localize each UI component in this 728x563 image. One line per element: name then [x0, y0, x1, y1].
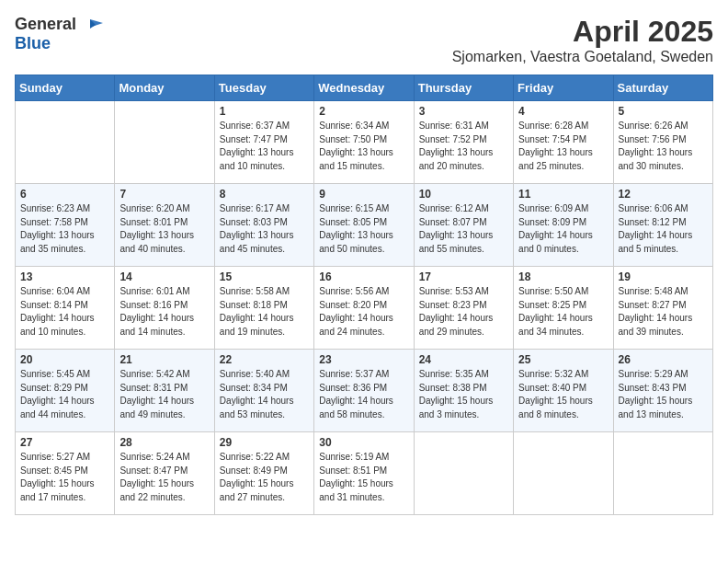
calendar-cell: 27Sunrise: 5:27 AM Sunset: 8:45 PM Dayli… — [16, 432, 115, 515]
day-info: Sunrise: 6:34 AM Sunset: 7:50 PM Dayligh… — [319, 120, 408, 173]
calendar-cell: 5Sunrise: 6:26 AM Sunset: 7:56 PM Daylig… — [613, 101, 712, 184]
day-info: Sunrise: 6:28 AM Sunset: 7:54 PM Dayligh… — [518, 120, 608, 173]
page-subtitle: Sjomarken, Vaestra Goetaland, Sweden — [452, 49, 713, 65]
day-info: Sunrise: 6:15 AM Sunset: 8:05 PM Dayligh… — [319, 202, 408, 256]
day-number: 27 — [20, 436, 109, 449]
calendar-cell: 14Sunrise: 6:01 AM Sunset: 8:16 PM Dayli… — [115, 267, 214, 350]
day-info: Sunrise: 5:58 AM Sunset: 8:18 PM Dayligh… — [220, 285, 309, 339]
weekday-header-tuesday: Tuesday — [214, 75, 313, 101]
day-number: 3 — [419, 105, 508, 118]
weekday-header-saturday: Saturday — [613, 75, 712, 101]
calendar-cell: 2Sunrise: 6:34 AM Sunset: 7:50 PM Daylig… — [314, 101, 414, 184]
day-info: Sunrise: 6:20 AM Sunset: 8:01 PM Dayligh… — [119, 202, 209, 256]
calendar-cell: 9Sunrise: 6:15 AM Sunset: 8:05 PM Daylig… — [314, 184, 414, 267]
day-info: Sunrise: 5:32 AM Sunset: 8:40 PM Dayligh… — [518, 368, 608, 421]
day-number: 29 — [220, 436, 309, 449]
logo-bird-icon — [83, 16, 103, 36]
calendar-cell: 3Sunrise: 6:31 AM Sunset: 7:52 PM Daylig… — [414, 101, 513, 184]
calendar-cell: 24Sunrise: 5:35 AM Sunset: 8:38 PM Dayli… — [414, 350, 513, 432]
calendar-cell: 12Sunrise: 6:06 AM Sunset: 8:12 PM Dayli… — [613, 184, 712, 267]
day-info: Sunrise: 5:29 AM Sunset: 8:43 PM Dayligh… — [619, 368, 708, 421]
page-header: General Blue April 2025 Sjomarken, Vaest… — [15, 15, 713, 65]
day-number: 8 — [220, 188, 309, 201]
calendar-cell: 16Sunrise: 5:56 AM Sunset: 8:20 PM Dayli… — [314, 267, 414, 350]
day-info: Sunrise: 5:50 AM Sunset: 8:25 PM Dayligh… — [518, 285, 608, 339]
calendar-cell: 17Sunrise: 5:53 AM Sunset: 8:23 PM Dayli… — [414, 267, 513, 350]
calendar-week-3: 13Sunrise: 6:04 AM Sunset: 8:14 PM Dayli… — [16, 267, 713, 350]
day-number: 4 — [518, 105, 608, 118]
day-number: 5 — [619, 105, 708, 118]
calendar-cell: 18Sunrise: 5:50 AM Sunset: 8:25 PM Dayli… — [514, 267, 613, 350]
weekday-header-wednesday: Wednesday — [314, 75, 414, 101]
day-info: Sunrise: 6:04 AM Sunset: 8:14 PM Dayligh… — [20, 285, 109, 339]
page-title: April 2025 — [452, 15, 713, 49]
day-info: Sunrise: 6:09 AM Sunset: 8:09 PM Dayligh… — [518, 202, 608, 256]
day-number: 11 — [518, 188, 608, 201]
day-number: 17 — [419, 270, 508, 283]
logo-general: General — [15, 15, 103, 36]
calendar-cell: 10Sunrise: 6:12 AM Sunset: 8:07 PM Dayli… — [414, 184, 513, 267]
day-info: Sunrise: 6:12 AM Sunset: 8:07 PM Dayligh… — [419, 202, 508, 256]
calendar-cell: 7Sunrise: 6:20 AM Sunset: 8:01 PM Daylig… — [115, 184, 214, 267]
day-info: Sunrise: 6:17 AM Sunset: 8:03 PM Dayligh… — [220, 202, 309, 256]
calendar-cell — [414, 432, 513, 515]
day-number: 2 — [319, 105, 408, 118]
calendar-week-4: 20Sunrise: 5:45 AM Sunset: 8:29 PM Dayli… — [16, 350, 713, 432]
day-number: 12 — [619, 188, 708, 201]
title-block: April 2025 Sjomarken, Vaestra Goetaland,… — [452, 15, 713, 65]
calendar-cell: 25Sunrise: 5:32 AM Sunset: 8:40 PM Dayli… — [514, 350, 613, 432]
logo-general-text: General — [15, 15, 76, 33]
day-number: 26 — [619, 353, 708, 366]
day-info: Sunrise: 6:37 AM Sunset: 7:47 PM Dayligh… — [220, 120, 309, 173]
day-number: 16 — [319, 270, 408, 283]
day-number: 19 — [619, 270, 708, 283]
day-number: 22 — [220, 353, 309, 366]
day-number: 20 — [20, 353, 109, 366]
day-info: Sunrise: 5:24 AM Sunset: 8:47 PM Dayligh… — [119, 451, 209, 504]
day-info: Sunrise: 5:27 AM Sunset: 8:45 PM Dayligh… — [20, 451, 109, 504]
day-info: Sunrise: 5:56 AM Sunset: 8:20 PM Dayligh… — [319, 285, 408, 339]
day-info: Sunrise: 5:40 AM Sunset: 8:34 PM Dayligh… — [220, 368, 309, 421]
weekday-header-friday: Friday — [514, 75, 613, 101]
calendar-cell — [613, 432, 712, 515]
day-number: 30 — [319, 436, 408, 449]
weekday-header-sunday: Sunday — [16, 75, 115, 101]
day-info: Sunrise: 5:37 AM Sunset: 8:36 PM Dayligh… — [319, 368, 408, 421]
day-number: 23 — [319, 353, 408, 366]
calendar-cell — [16, 101, 115, 184]
calendar-cell — [514, 432, 613, 515]
calendar-cell: 6Sunrise: 6:23 AM Sunset: 7:58 PM Daylig… — [16, 184, 115, 267]
day-number: 10 — [419, 188, 508, 201]
calendar-cell: 13Sunrise: 6:04 AM Sunset: 8:14 PM Dayli… — [16, 267, 115, 350]
calendar-cell: 30Sunrise: 5:19 AM Sunset: 8:51 PM Dayli… — [314, 432, 414, 515]
calendar-cell: 4Sunrise: 6:28 AM Sunset: 7:54 PM Daylig… — [514, 101, 613, 184]
calendar-cell: 20Sunrise: 5:45 AM Sunset: 8:29 PM Dayli… — [16, 350, 115, 432]
day-number: 7 — [119, 188, 209, 201]
calendar-cell: 29Sunrise: 5:22 AM Sunset: 8:49 PM Dayli… — [214, 432, 313, 515]
calendar-cell: 15Sunrise: 5:58 AM Sunset: 8:18 PM Dayli… — [214, 267, 313, 350]
calendar-cell: 28Sunrise: 5:24 AM Sunset: 8:47 PM Dayli… — [115, 432, 214, 515]
calendar-cell: 19Sunrise: 5:48 AM Sunset: 8:27 PM Dayli… — [613, 267, 712, 350]
weekday-header-monday: Monday — [115, 75, 214, 101]
calendar-cell: 26Sunrise: 5:29 AM Sunset: 8:43 PM Dayli… — [613, 350, 712, 432]
logo: General Blue — [15, 15, 103, 53]
day-number: 24 — [419, 353, 508, 366]
day-number: 9 — [319, 188, 408, 201]
day-info: Sunrise: 5:19 AM Sunset: 8:51 PM Dayligh… — [319, 451, 408, 504]
calendar-week-5: 27Sunrise: 5:27 AM Sunset: 8:45 PM Dayli… — [16, 432, 713, 515]
calendar-cell: 23Sunrise: 5:37 AM Sunset: 8:36 PM Dayli… — [314, 350, 414, 432]
calendar-week-2: 6Sunrise: 6:23 AM Sunset: 7:58 PM Daylig… — [16, 184, 713, 267]
calendar-cell: 8Sunrise: 6:17 AM Sunset: 8:03 PM Daylig… — [214, 184, 313, 267]
day-number: 13 — [20, 270, 109, 283]
calendar-cell: 22Sunrise: 5:40 AM Sunset: 8:34 PM Dayli… — [214, 350, 313, 432]
logo-blue-text: Blue — [15, 34, 103, 53]
day-info: Sunrise: 6:01 AM Sunset: 8:16 PM Dayligh… — [119, 285, 209, 339]
weekday-header-row: SundayMondayTuesdayWednesdayThursdayFrid… — [16, 75, 713, 101]
day-number: 18 — [518, 270, 608, 283]
day-info: Sunrise: 5:22 AM Sunset: 8:49 PM Dayligh… — [220, 451, 309, 504]
day-number: 6 — [20, 188, 109, 201]
calendar-cell: 1Sunrise: 6:37 AM Sunset: 7:47 PM Daylig… — [214, 101, 313, 184]
day-info: Sunrise: 5:35 AM Sunset: 8:38 PM Dayligh… — [419, 368, 508, 421]
day-info: Sunrise: 5:42 AM Sunset: 8:31 PM Dayligh… — [119, 368, 209, 421]
day-info: Sunrise: 6:06 AM Sunset: 8:12 PM Dayligh… — [619, 202, 708, 256]
